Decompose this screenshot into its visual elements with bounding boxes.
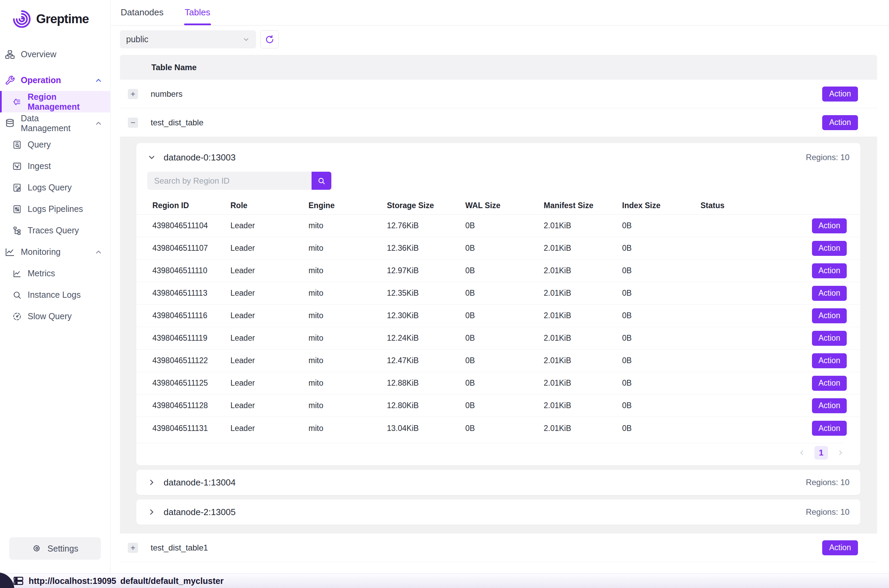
region-row: 4398046511122 Leader mito 12.47KiB 0B 2.… bbox=[136, 350, 860, 372]
metrics-icon bbox=[12, 269, 22, 278]
sidebar-item-logs-query[interactable]: Logs Query bbox=[0, 177, 110, 198]
document-edit-icon bbox=[12, 183, 22, 192]
main-content: Datanodes Tables public Table Name + num… bbox=[111, 0, 889, 573]
status-bar: http://localhost:19095 default/default_m… bbox=[0, 573, 889, 588]
sidebar-item-instance-logs[interactable]: Instance Logs bbox=[0, 284, 110, 306]
region-action-button[interactable]: Action bbox=[812, 218, 847, 233]
previous-page-icon[interactable] bbox=[798, 449, 805, 456]
region-action-button[interactable]: Action bbox=[812, 421, 847, 436]
chevron-down-icon bbox=[242, 36, 250, 43]
refresh-icon bbox=[264, 34, 275, 45]
table-action-button[interactable]: Action bbox=[822, 87, 858, 102]
search-icon bbox=[317, 177, 326, 185]
search-button[interactable] bbox=[312, 172, 331, 190]
sitemap-icon bbox=[5, 50, 15, 60]
regions-count: Regions: 10 bbox=[806, 153, 850, 162]
sidebar: Greptime Overview Operation bbox=[0, 0, 110, 573]
server-icon bbox=[13, 575, 24, 586]
table-name: test_dist_table bbox=[151, 118, 204, 128]
magnifier-icon bbox=[12, 290, 22, 300]
next-page-icon[interactable] bbox=[837, 449, 844, 456]
region-row: 4398046511110 Leader mito 12.97KiB 0B 2.… bbox=[136, 260, 860, 282]
chevron-up-icon[interactable] bbox=[95, 76, 103, 84]
chevron-up-icon[interactable] bbox=[95, 248, 103, 256]
datanode-2-header: datanode-2:13005 Regions: 10 bbox=[136, 500, 860, 525]
tree-icon bbox=[12, 226, 22, 236]
brand-logo: Greptime bbox=[0, 0, 110, 33]
tab-datanodes[interactable]: Datanodes bbox=[121, 7, 164, 25]
region-action-button[interactable]: Action bbox=[812, 263, 847, 278]
table-action-button[interactable]: Action bbox=[822, 115, 858, 130]
greptime-logo-icon bbox=[12, 9, 32, 28]
region-action-button[interactable]: Action bbox=[812, 331, 847, 346]
chevron-up-icon[interactable] bbox=[95, 119, 103, 128]
cluster-name: default/default_mycluster bbox=[120, 576, 224, 586]
connection-url[interactable]: http://localhost:19095 bbox=[0, 575, 116, 586]
sidebar-item-traces-query[interactable]: Traces Query bbox=[0, 220, 110, 241]
region-action-button[interactable]: Action bbox=[812, 308, 847, 323]
expand-button[interactable]: + bbox=[128, 89, 138, 99]
regions-count: Regions: 10 bbox=[806, 478, 850, 487]
chevron-right-icon[interactable] bbox=[147, 508, 156, 516]
tables-header: Table Name bbox=[120, 55, 877, 80]
datanode-1-header: datanode-1:13004 Regions: 10 bbox=[136, 470, 860, 495]
schema-select[interactable]: public bbox=[120, 30, 256, 48]
collapse-button[interactable]: − bbox=[128, 117, 138, 128]
region-table-header: Region ID Role Engine Storage Size WAL S… bbox=[136, 196, 860, 214]
region-search-input[interactable] bbox=[147, 172, 312, 190]
settings-gear-icon bbox=[32, 543, 42, 554]
pagination: 1 bbox=[136, 443, 844, 456]
region-management-icon bbox=[12, 97, 22, 106]
sidebar-item-query[interactable]: Query bbox=[0, 134, 110, 155]
sidebar-item-region-management[interactable]: Region Management bbox=[0, 91, 110, 112]
region-search bbox=[147, 172, 850, 190]
sidebar-item-data-management[interactable]: Data Management bbox=[0, 112, 110, 134]
sidebar-item-overview[interactable]: Overview bbox=[0, 44, 110, 65]
datanode-name: datanode-1:13004 bbox=[164, 477, 236, 488]
table-row-test-dist-table1: + test_dist_table1 Action bbox=[120, 534, 877, 562]
settings-button[interactable]: Settings bbox=[9, 537, 101, 560]
region-action-button[interactable]: Action bbox=[812, 376, 847, 391]
chart-line-icon bbox=[5, 247, 15, 257]
sidebar-item-monitoring[interactable]: Monitoring bbox=[0, 241, 110, 262]
tabbar: Datanodes Tables bbox=[111, 0, 889, 26]
datanode-expand-zone: datanode-0:13003 Regions: 10 Region bbox=[120, 137, 877, 534]
sidebar-item-ingest[interactable]: Ingest bbox=[0, 155, 110, 177]
datanode-0-card: datanode-0:13003 Regions: 10 Region bbox=[136, 143, 860, 465]
sidebar-item-metrics[interactable]: Metrics bbox=[0, 262, 110, 284]
database-icon bbox=[5, 118, 15, 128]
table-action-button[interactable]: Action bbox=[822, 540, 858, 555]
gauge-icon bbox=[12, 312, 22, 321]
expand-button[interactable]: + bbox=[128, 543, 138, 553]
region-row: 4398046511116 Leader mito 12.30KiB 0B 2.… bbox=[136, 304, 860, 327]
region-row: 4398046511104 Leader mito 12.76KiB 0B 2.… bbox=[136, 214, 860, 237]
refresh-button[interactable] bbox=[260, 30, 279, 48]
region-row: 4398046511113 Leader mito 12.35KiB 0B 2.… bbox=[136, 282, 860, 304]
chevron-right-icon[interactable] bbox=[147, 478, 156, 487]
ingest-icon bbox=[12, 162, 22, 171]
region-action-button[interactable]: Action bbox=[812, 353, 847, 368]
region-row: 4398046511128 Leader mito 12.80KiB 0B 2.… bbox=[136, 394, 860, 417]
datanode-1-card: datanode-1:13004 Regions: 10 bbox=[136, 470, 860, 495]
chevron-down-icon[interactable] bbox=[147, 153, 156, 162]
region-row: 4398046511107 Leader mito 12.36KiB 0B 2.… bbox=[136, 237, 860, 260]
wrench-icon bbox=[5, 75, 15, 86]
region-row: 4398046511131 Leader mito 13.04KiB 0B 2.… bbox=[136, 417, 860, 440]
region-action-button[interactable]: Action bbox=[812, 398, 847, 413]
table-row-numbers: + numbers Action bbox=[120, 80, 877, 108]
sidebar-nav: Overview Operation Region Management bbox=[0, 44, 110, 327]
sliders-icon bbox=[12, 204, 22, 214]
toolbar: public bbox=[111, 26, 889, 48]
region-action-button[interactable]: Action bbox=[812, 241, 847, 256]
brand-name: Greptime bbox=[36, 12, 89, 26]
tab-tables[interactable]: Tables bbox=[185, 7, 210, 25]
page-number-button[interactable]: 1 bbox=[814, 446, 828, 460]
sidebar-item-operation[interactable]: Operation bbox=[0, 69, 110, 91]
regions-count: Regions: 10 bbox=[806, 507, 850, 517]
datanode-0-header: datanode-0:13003 Regions: 10 bbox=[136, 143, 860, 172]
sidebar-item-slow-query[interactable]: Slow Query bbox=[0, 306, 110, 327]
sidebar-item-logs-pipelines[interactable]: Logs Pipelines bbox=[0, 198, 110, 220]
datanode-2-card: datanode-2:13005 Regions: 10 bbox=[136, 500, 860, 525]
region-action-button[interactable]: Action bbox=[812, 286, 847, 301]
document-search-icon bbox=[12, 140, 22, 150]
